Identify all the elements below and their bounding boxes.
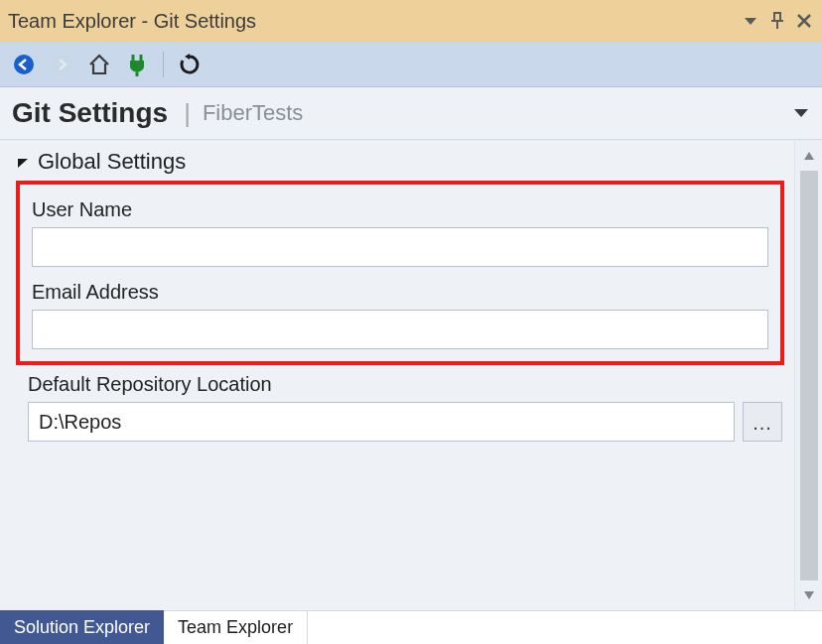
window-title: Team Explorer - Git Settings (8, 10, 743, 33)
team-explorer-window: Team Explorer - Git Settings (0, 0, 822, 644)
scroll-down-icon[interactable] (795, 584, 822, 606)
tab-team-explorer[interactable]: Team Explorer (164, 610, 308, 644)
svg-marker-0 (745, 18, 756, 25)
scroll-thumb[interactable] (800, 171, 818, 580)
tab-solution-explorer[interactable]: Solution Explorer (0, 610, 164, 644)
scroll-up-icon[interactable] (795, 145, 822, 167)
page-title: Git Settings (12, 97, 168, 129)
refresh-button[interactable] (172, 47, 207, 82)
svg-point-7 (52, 55, 71, 74)
tabs-empty-area (308, 610, 822, 644)
svg-marker-11 (185, 54, 190, 60)
pin-icon[interactable] (768, 12, 786, 30)
home-button[interactable] (81, 47, 117, 82)
title-bar-controls (743, 12, 812, 30)
vertical-scrollbar[interactable] (794, 141, 822, 610)
forward-button[interactable] (44, 47, 79, 82)
back-button[interactable] (6, 47, 42, 82)
highlighted-settings-group: User Name Email Address (16, 181, 784, 365)
svg-point-6 (14, 55, 34, 74)
username-label: User Name (32, 198, 768, 221)
page-header: Git Settings | FiberTests (0, 87, 822, 140)
page-menu-icon[interactable] (792, 107, 810, 119)
close-icon[interactable] (796, 13, 812, 29)
content-area: Global Settings User Name Email Address … (0, 140, 822, 610)
svg-marker-15 (804, 591, 814, 599)
plug-button[interactable] (119, 47, 155, 82)
svg-rect-1 (774, 13, 780, 21)
settings-panel: Global Settings User Name Email Address … (0, 141, 794, 610)
project-name: FiberTests (203, 100, 303, 126)
default-location-group: Default Repository Location ... (16, 373, 784, 442)
global-settings-section-header[interactable]: Global Settings (16, 149, 784, 175)
default-location-label: Default Repository Location (28, 373, 782, 396)
username-input[interactable] (32, 227, 768, 267)
toolbar-separator (163, 52, 164, 77)
toolbar (0, 42, 822, 87)
svg-marker-14 (804, 152, 814, 160)
browse-button[interactable]: ... (743, 402, 782, 442)
default-location-row: ... (28, 402, 782, 442)
bottom-tabs: Solution Explorer Team Explorer (0, 610, 822, 644)
collapse-triangle-icon (16, 155, 30, 169)
svg-marker-13 (18, 159, 28, 168)
window-menu-icon[interactable] (743, 16, 758, 26)
svg-marker-12 (794, 109, 808, 117)
default-location-input[interactable] (28, 402, 735, 442)
section-title-text: Global Settings (38, 149, 186, 175)
title-bar: Team Explorer - Git Settings (0, 0, 822, 42)
email-label: Email Address (32, 281, 768, 304)
email-input[interactable] (32, 310, 768, 349)
header-separator: | (184, 98, 191, 129)
